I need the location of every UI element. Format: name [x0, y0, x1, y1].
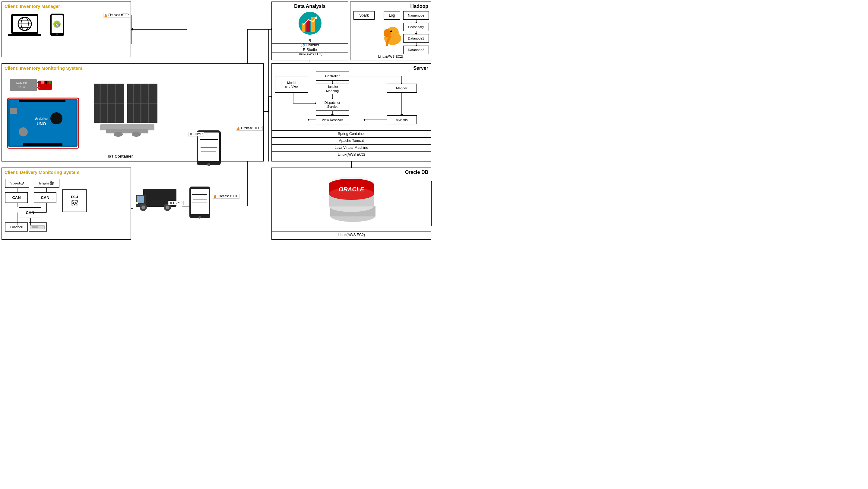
- svg-marker-130: [315, 102, 316, 105]
- svg-marker-132: [401, 114, 403, 116]
- svg-rect-61: [49, 81, 51, 84]
- svg-point-153: [142, 206, 145, 209]
- firebase-http-label-1: Firebase HTTP: [103, 13, 130, 18]
- svg-point-54: [56, 33, 58, 35]
- architecture-diagram: Client: Inventory Manager 🤖: [0, 0, 434, 244]
- oracle-db-title: Oracle DB: [405, 170, 428, 175]
- data-analysis-box: Data Analysis R R Listener R Studio Linu…: [272, 1, 348, 60]
- svg-rect-156: [136, 202, 138, 204]
- data-analysis-title: Data Analysis: [294, 4, 326, 9]
- listener-label: R Listener: [272, 43, 348, 48]
- svg-rect-59: [41, 81, 44, 84]
- svg-point-73: [19, 127, 28, 137]
- svg-marker-134: [364, 119, 365, 121]
- svg-rect-151: [136, 196, 144, 203]
- svg-marker-127: [308, 119, 309, 121]
- svg-marker-125: [331, 114, 334, 116]
- can-connector-lines: [2, 168, 132, 240]
- oracle-linux-label: Linux(AWS EC2): [272, 232, 431, 237]
- client-inventory-monitoring-box: Client: Inventory Monitoring System Load…: [1, 63, 264, 162]
- svg-rect-60: [45, 81, 48, 84]
- svg-text:Arduino: Arduino: [35, 117, 48, 120]
- oracle-db-icon: ORACLE: [321, 177, 381, 223]
- svg-point-162: [198, 216, 201, 219]
- svg-marker-137: [401, 83, 403, 84]
- svg-text:ORACLE: ORACLE: [339, 186, 364, 193]
- svg-rect-49: [8, 34, 41, 36]
- phone-icon: 🤖: [49, 13, 65, 41]
- client-inv-mgr-title: Client: Inventory Manager: [4, 4, 60, 9]
- svg-text:🤖: 🤖: [55, 22, 60, 27]
- hadoop-lines: [350, 2, 432, 61]
- svg-text:HX711: HX711: [19, 86, 25, 88]
- server-box: Server Model and View Controller Handler…: [272, 63, 431, 162]
- tcp-ip-label-1: ⊞ TCP/IP: [188, 132, 204, 137]
- client-delivery-monitoring-box: Client: Delivery Monitoring System Speed…: [1, 168, 131, 240]
- svg-rect-69: [10, 108, 17, 114]
- truck-icon: [134, 180, 180, 216]
- data-analysis-linux-label: Linux(AWS EC2): [272, 52, 348, 56]
- firebase-http-label-3: Firebase HTTP: [213, 194, 240, 199]
- svg-text:Load cell: Load cell: [16, 81, 27, 84]
- svg-marker-115: [415, 22, 417, 23]
- client-inv-mon-title: Client: Inventory Monitoring System: [4, 65, 82, 70]
- iot-container-label: IoT Container: [108, 154, 133, 159]
- svg-point-155: [165, 206, 169, 209]
- svg-marker-28: [267, 111, 270, 113]
- svg-text:UNO: UNO: [36, 121, 46, 126]
- svg-rect-90: [198, 133, 219, 161]
- svg-rect-70: [19, 99, 65, 102]
- svg-marker-121: [331, 83, 334, 84]
- svg-rect-107: [306, 20, 310, 32]
- svg-rect-86: [106, 129, 148, 134]
- svg-rect-158: [191, 189, 209, 214]
- svg-point-72: [50, 112, 62, 124]
- svg-point-87: [114, 132, 123, 137]
- svg-marker-123: [331, 98, 334, 99]
- delivery-tablet-icon: [188, 185, 211, 220]
- svg-marker-1: [131, 28, 133, 30]
- svg-marker-119: [415, 45, 417, 46]
- firebase-http-label-2: Firebase HTTP: [236, 126, 263, 131]
- hadoop-box: Hadoop Spark Log Namenode Secondary Data…: [350, 1, 431, 60]
- laptop-icon: [8, 13, 44, 40]
- chart-icon: [298, 11, 322, 35]
- tcp-ip-label-2: ⊞ TCP/IP: [168, 201, 184, 205]
- svg-marker-117: [415, 33, 417, 35]
- client-inventory-manager-box: Client: Inventory Manager 🤖: [1, 1, 131, 57]
- svg-point-88: [132, 132, 141, 137]
- svg-marker-11: [268, 111, 269, 113]
- svg-rect-71: [23, 143, 62, 146]
- containers-icon: [91, 81, 163, 141]
- oracle-db-box: Oracle DB ORACLE Linux(AWS EC2): [272, 168, 431, 240]
- arduino-icon: Load cell HX711 Arduino UNO: [5, 75, 90, 153]
- svg-rect-55: [10, 79, 37, 91]
- server-arrows: [272, 64, 432, 162]
- svg-point-95: [207, 163, 210, 166]
